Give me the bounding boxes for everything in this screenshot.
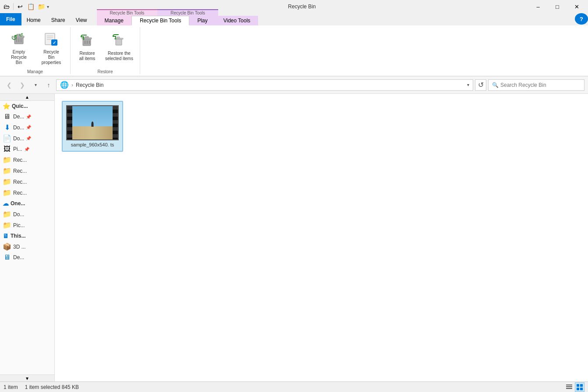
recycle-bin-properties-label: Recycle Binproperties xyxy=(40,50,63,65)
search-input[interactable] xyxy=(500,82,581,88)
sidebar-thispc-header[interactable]: 🖥 This... xyxy=(0,231,54,241)
refresh-button[interactable]: ↺ xyxy=(475,79,486,91)
svg-rect-20 xyxy=(116,39,122,45)
thispc-icon: 🖥 xyxy=(3,232,9,239)
forward-button[interactable]: ❯ xyxy=(17,79,28,91)
sidebar-item-pictures[interactable]: 🖼 Pi... 📌 xyxy=(0,144,54,154)
address-bar: ❮ ❯ ▾ ↑ 🌐 › Recycle Bin ▾ ↺ 🔍 xyxy=(0,76,588,94)
share-tab[interactable]: Share xyxy=(46,15,71,25)
quick-access-icon[interactable]: 🗁 xyxy=(2,2,11,11)
minimize-button[interactable]: – xyxy=(528,0,548,13)
sidebar-item-recycle4[interactable]: 📁 Rec... xyxy=(0,187,54,198)
documents-pin-icon: 📌 xyxy=(26,136,31,141)
desktop2-icon: 🖥 xyxy=(3,253,11,261)
ribbon-content: ↺ ↺ EmptyRecycle Bin xyxy=(0,25,588,76)
quick-access-label: Quic... xyxy=(12,103,28,109)
file-item-sample-video[interactable]: sample_960x540. ts xyxy=(62,101,123,152)
file-tab[interactable]: File xyxy=(0,13,21,25)
up-button[interactable]: ↑ xyxy=(43,79,54,91)
close-button[interactable]: ✕ xyxy=(567,0,586,13)
main-area: ▲ ⭐ Quic... 🖥 De... 📌 ⬇ Do... 📌 📄 Do... … xyxy=(0,94,588,381)
svg-rect-23 xyxy=(566,385,572,385)
svg-text:↺: ↺ xyxy=(19,32,23,38)
svg-rect-16 xyxy=(85,36,89,38)
sidebar-recycle4-label: Rec... xyxy=(13,190,27,196)
restore-all-icon xyxy=(80,34,94,50)
sidebar-recycle1-label: Rec... xyxy=(13,157,27,163)
svg-text:✓: ✓ xyxy=(53,40,56,45)
home-tab[interactable]: Home xyxy=(21,15,46,25)
view-tab[interactable]: View xyxy=(71,15,92,25)
sidebar-pictures-label: Pi... xyxy=(13,146,22,152)
downloads-icon: ⬇ xyxy=(3,123,11,132)
qat-area: 🗁 ↩ 📋 📁 ▾ xyxy=(2,2,49,11)
ribbon-manage-section: ↺ ↺ EmptyRecycle Bin xyxy=(0,27,71,74)
quick-access-icon: ⭐ xyxy=(3,103,10,110)
video-strip-left xyxy=(67,106,72,139)
pictures-pin-icon: 📌 xyxy=(24,147,29,152)
svg-rect-29 xyxy=(580,388,583,390)
desktop-pin-icon: 📌 xyxy=(26,114,31,119)
properties-qat-icon[interactable]: 📋 xyxy=(26,2,35,11)
restore-selected-button[interactable]: Restore theselected items xyxy=(102,32,136,64)
sidebar-item-pictures2[interactable]: 📁 Pic... xyxy=(0,220,54,231)
status-bar: 1 item 1 item selected 845 KB xyxy=(0,381,588,392)
empty-recycle-bin-icon: ↺ ↺ xyxy=(11,31,27,49)
play-contextual-tab[interactable]: Play xyxy=(189,16,215,25)
address-box[interactable]: 🌐 › Recycle Bin ▾ xyxy=(56,79,473,91)
search-box[interactable]: 🔍 xyxy=(488,79,584,91)
sidebar-item-desktop2[interactable]: 🖥 De... xyxy=(0,252,54,263)
svg-rect-27 xyxy=(580,384,583,387)
svg-text:↺: ↺ xyxy=(11,33,18,42)
recent-locations-button[interactable]: ▾ xyxy=(30,79,41,91)
large-icons-view-button[interactable] xyxy=(575,382,584,392)
new-folder-qat-icon[interactable]: 📁 xyxy=(36,2,46,11)
sidebar-item-recycle2[interactable]: 📁 Rec... xyxy=(0,165,54,176)
contextual-tabs-row: Manage Recycle Bin Tools Play Video Tool… xyxy=(97,16,259,25)
empty-recycle-bin-button[interactable]: ↺ ↺ EmptyRecycle Bin xyxy=(4,29,34,68)
sidebar-item-3d[interactable]: 📦 3D ... xyxy=(0,241,54,252)
sidebar-item-downloads[interactable]: ⬇ Do... 📌 xyxy=(0,122,54,133)
manage-section-label: Manage xyxy=(27,68,43,74)
contextual-group-wrapper: Recycle Bin Tools Recycle Bin Tools Mana… xyxy=(97,9,259,25)
back-button[interactable]: ❮ xyxy=(4,79,15,91)
address-dropdown[interactable]: ▾ xyxy=(467,82,469,87)
sidebar-quick-access-header[interactable]: ⭐ Quic... xyxy=(0,101,54,111)
sidebar-item-recycle3[interactable]: 📁 Rec... xyxy=(0,176,54,187)
window-controls: – □ ✕ xyxy=(528,0,586,13)
svg-rect-22 xyxy=(117,37,120,38)
recycle-bin-tools-tab[interactable]: Recycle Bin Tools xyxy=(131,16,190,25)
undo-icon[interactable]: ↩ xyxy=(15,2,25,11)
documents2-icon: 📁 xyxy=(3,210,11,218)
address-separator: › xyxy=(71,82,73,88)
details-view-button[interactable] xyxy=(564,382,574,392)
sidebar-item-recycle1[interactable]: 📁 Rec... xyxy=(0,154,54,165)
sidebar-documents2-label: Do... xyxy=(13,211,24,217)
sidebar-item-desktop[interactable]: 🖥 De... 📌 xyxy=(0,111,54,122)
address-text: Recycle Bin xyxy=(76,82,464,88)
video-tools-group-label: Recycle Bin Tools xyxy=(157,9,218,16)
manage-contextual-tab[interactable]: Manage xyxy=(97,16,131,25)
recycle4-icon: 📁 xyxy=(3,189,11,197)
restore-all-items-button[interactable]: Restoreall items xyxy=(74,32,100,64)
sidebar-pictures2-label: Pic... xyxy=(13,222,25,228)
desktop-icon: 🖥 xyxy=(3,113,11,121)
sidebar-item-documents[interactable]: 📄 Do... 📌 xyxy=(0,133,54,144)
recycle-bin-properties-button[interactable]: ✓ Recycle Binproperties xyxy=(36,29,67,68)
recycle3-icon: 📁 xyxy=(3,178,11,186)
video-tools-tab[interactable]: Video Tools xyxy=(216,16,259,25)
sidebar-onedrive-header[interactable]: ☁ One... xyxy=(0,198,54,209)
sidebar-scroll-down[interactable]: ▾ xyxy=(0,374,54,381)
documents-icon: 📄 xyxy=(3,134,11,143)
sidebar-item-documents2[interactable]: 📁 Do... xyxy=(0,209,54,220)
maximize-button[interactable]: □ xyxy=(548,0,567,13)
svg-rect-26 xyxy=(577,384,579,387)
sidebar-scroll-up[interactable]: ▲ xyxy=(0,94,54,101)
file-name: sample_960x540. ts xyxy=(71,142,114,147)
recycle-bin-properties-icon: ✓ xyxy=(43,31,59,49)
sidebar-desktop-label: De... xyxy=(13,114,24,120)
view-controls xyxy=(564,382,584,392)
onedrive-icon: ☁ xyxy=(3,200,9,207)
help-button[interactable]: ? xyxy=(575,13,588,25)
thispc-label: This... xyxy=(11,233,26,239)
